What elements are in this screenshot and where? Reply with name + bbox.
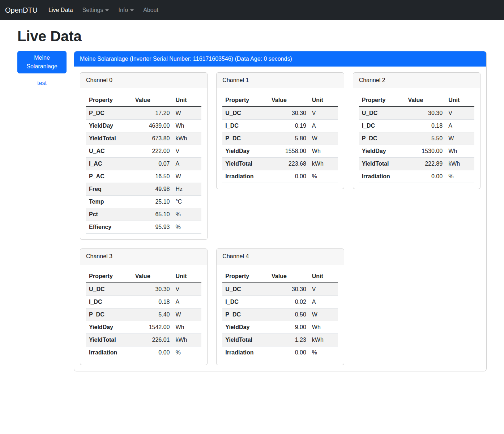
unit-cell: V [172, 145, 201, 158]
channel-body: PropertyValueUnitU_DC30.30VI_DC0.18AP_DC… [353, 88, 480, 189]
channel-card: Channel 4PropertyValueUnitU_DC30.30VI_DC… [216, 248, 344, 365]
unit-cell: °C [172, 196, 201, 208]
table-row: I_AC0.07A [86, 158, 201, 170]
value-cell: 25.10 [132, 196, 173, 208]
value-cell: 226.01 [132, 334, 173, 346]
inverter-select-button[interactable]: Meine Solaranlage [17, 51, 67, 73]
value-cell: 222.00 [132, 145, 173, 158]
column-header: Property [222, 270, 269, 283]
unit-cell: % [445, 170, 474, 183]
channel-table: PropertyValueUnitU_DC30.30VI_DC0.18AP_DC… [359, 94, 474, 183]
value-cell: 0.07 [132, 158, 173, 170]
property-cell: YieldDay [222, 321, 269, 334]
unit-cell: % [172, 346, 201, 359]
column-header: Property [86, 270, 132, 283]
column-header: Value [132, 270, 173, 283]
unit-cell: V [172, 283, 201, 296]
unit-cell: % [309, 346, 338, 359]
unit-cell: A [172, 296, 201, 309]
table-row: U_DC30.30V [359, 107, 474, 120]
unit-cell: V [309, 283, 338, 296]
value-cell: 1530.00 [405, 145, 445, 158]
page-title: Live Data [17, 28, 487, 44]
value-cell: 30.30 [269, 107, 309, 120]
unit-cell: Wh [309, 321, 338, 334]
channel-body: PropertyValueUnitP_DC17.20WYieldDay4639.… [80, 88, 207, 239]
navbar-menu-item: About [140, 4, 164, 16]
property-cell: P_AC [86, 170, 132, 183]
unit-cell: W [309, 132, 338, 145]
property-cell: Irradiation [86, 346, 132, 359]
nav-item-about[interactable]: About [140, 4, 162, 16]
property-cell: P_DC [222, 309, 269, 321]
top-navbar: OpenDTU Live DataSettingsInfoAbout [0, 0, 504, 20]
property-cell: P_DC [86, 107, 132, 120]
unit-cell: kWh [309, 158, 338, 170]
nav-item-settings[interactable]: Settings [79, 4, 113, 16]
property-cell: P_DC [222, 132, 269, 145]
value-cell: 1542.00 [132, 321, 173, 334]
channel-table: PropertyValueUnitU_DC30.30VI_DC0.02AP_DC… [222, 270, 338, 359]
table-row: P_DC5.50W [359, 132, 474, 145]
column-header: Property [86, 94, 132, 107]
table-row: YieldDay1530.00Wh [359, 145, 474, 158]
table-row: U_AC222.00V [86, 145, 201, 158]
table-row: Irradiation0.00% [86, 346, 201, 359]
table-row: Temp25.10°C [86, 196, 201, 208]
column-header: Value [405, 94, 445, 107]
channel-card: Channel 3PropertyValueUnitU_DC30.30VI_DC… [80, 248, 208, 365]
channel-title: Channel 0 [80, 73, 207, 88]
value-cell: 65.10 [132, 208, 173, 221]
inverter-sidebar: Meine Solaranlage test [17, 51, 67, 86]
table-row: YieldDay1558.00Wh [222, 145, 338, 158]
property-cell: YieldDay [86, 321, 132, 334]
unit-cell: Hz [172, 183, 201, 196]
table-header-row: PropertyValueUnit [359, 94, 474, 107]
unit-cell: W [309, 309, 338, 321]
unit-cell: A [309, 296, 338, 309]
value-cell: 0.02 [269, 296, 309, 309]
column-header: Unit [445, 94, 474, 107]
table-row: YieldTotal673.80kWh [86, 132, 201, 145]
column-header: Property [222, 94, 269, 107]
property-cell: Irradiation [222, 170, 269, 183]
value-cell: 5.50 [405, 132, 445, 145]
unit-cell: W [172, 107, 201, 120]
value-cell: 223.68 [269, 158, 309, 170]
table-row: P_DC5.40W [86, 309, 201, 321]
property-cell: I_DC [222, 120, 269, 132]
unit-cell: kWh [172, 132, 201, 145]
value-cell: 5.80 [269, 132, 309, 145]
value-cell: 0.00 [132, 346, 173, 359]
test-inverter-link[interactable]: test [17, 80, 67, 86]
value-cell: 1558.00 [269, 145, 309, 158]
table-row: Irradiation0.00% [222, 170, 338, 183]
unit-cell: kWh [309, 334, 338, 346]
nav-item-info[interactable]: Info [115, 4, 137, 16]
unit-cell: % [172, 221, 201, 234]
table-row: YieldDay1542.00Wh [86, 321, 201, 334]
unit-cell: W [172, 170, 201, 183]
value-cell: 0.19 [269, 120, 309, 132]
value-cell: 30.30 [405, 107, 445, 120]
value-cell: 30.30 [132, 283, 173, 296]
table-row: YieldTotal226.01kWh [86, 334, 201, 346]
channel-table: PropertyValueUnitU_DC30.30VI_DC0.19AP_DC… [222, 94, 338, 183]
unit-cell: Wh [172, 321, 201, 334]
value-cell: 0.00 [405, 170, 445, 183]
table-header-row: PropertyValueUnit [222, 94, 338, 107]
property-cell: I_AC [86, 158, 132, 170]
value-cell: 49.98 [132, 183, 173, 196]
unit-cell: kWh [172, 334, 201, 346]
column-header: Value [269, 94, 309, 107]
nav-item-live-data[interactable]: Live Data [45, 4, 77, 16]
property-cell: Irradiation [222, 346, 269, 359]
table-header-row: PropertyValueUnit [86, 270, 201, 283]
value-cell: 0.00 [269, 170, 309, 183]
property-cell: Freq [86, 183, 132, 196]
value-cell: 4639.00 [132, 120, 173, 132]
channel-card: Channel 1PropertyValueUnitU_DC30.30VI_DC… [216, 72, 344, 189]
channel-table: PropertyValueUnitP_DC17.20WYieldDay4639.… [86, 94, 201, 234]
app-brand[interactable]: OpenDTU [5, 6, 38, 14]
property-cell: Pct [86, 208, 132, 221]
